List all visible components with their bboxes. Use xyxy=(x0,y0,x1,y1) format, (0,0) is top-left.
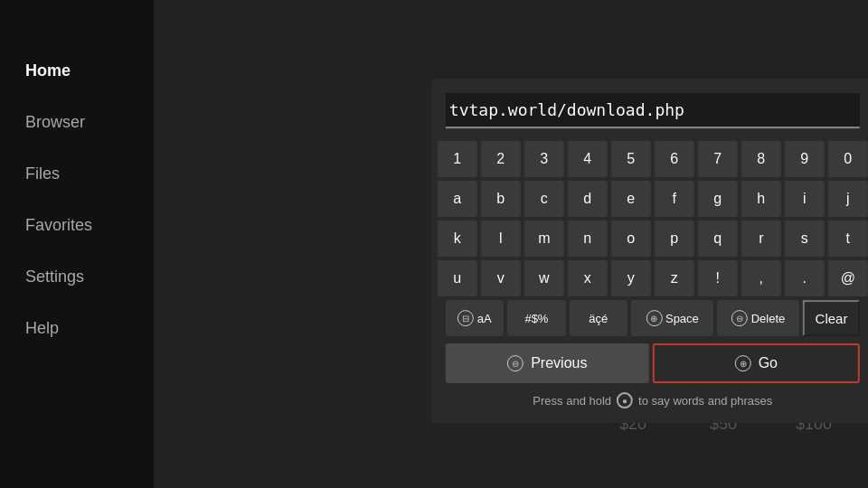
key-6[interactable]: 6 xyxy=(655,141,694,177)
key-o[interactable]: o xyxy=(611,221,651,257)
row-u-at: u v w x y z ! , . @ xyxy=(446,260,860,296)
key-at[interactable]: @ xyxy=(828,260,868,296)
url-input[interactable] xyxy=(446,93,860,128)
prev-circle-icon: ⊖ xyxy=(507,355,524,371)
key-space[interactable]: ⊕ Space xyxy=(631,300,713,336)
key-i[interactable]: i xyxy=(785,181,825,217)
key-hash[interactable]: #$% xyxy=(507,300,565,336)
key-k[interactable]: k xyxy=(438,221,477,257)
key-z[interactable]: z xyxy=(655,260,694,296)
key-j[interactable]: j xyxy=(828,181,868,217)
sidebar: Home Browser Files Favorites Settings He… xyxy=(0,0,154,488)
key-f[interactable]: f xyxy=(655,181,694,217)
aA-icon: ⊟ xyxy=(458,310,474,326)
key-c[interactable]: c xyxy=(524,181,564,217)
key-7[interactable]: 7 xyxy=(698,141,738,177)
key-a[interactable]: a xyxy=(438,181,477,217)
sidebar-item-browser[interactable]: Browser xyxy=(0,97,154,148)
key-spec-chars[interactable]: äçé xyxy=(570,300,627,336)
sidebar-item-favorites[interactable]: Favorites xyxy=(0,200,154,251)
key-b[interactable]: b xyxy=(481,181,521,217)
key-g[interactable]: g xyxy=(698,181,738,217)
key-delete[interactable]: ⊖ Delete xyxy=(717,300,799,336)
row-kt: k l m n o p q r s t xyxy=(446,221,860,257)
previous-button[interactable]: ⊖ Previous xyxy=(446,343,649,383)
key-exclaim[interactable]: ! xyxy=(698,260,738,296)
main-content: ase donation buttons: $10 $20 $50 $100 1… xyxy=(154,0,868,488)
key-comma[interactable]: , xyxy=(741,260,781,296)
number-row: 1 2 3 4 5 6 7 8 9 0 xyxy=(446,141,860,177)
key-m[interactable]: m xyxy=(524,221,564,257)
go-button[interactable]: ⊕ Go xyxy=(653,343,860,383)
key-0[interactable]: 0 xyxy=(828,141,868,177)
key-aA[interactable]: ⊟ aA xyxy=(446,300,504,336)
delete-icon: ⊖ xyxy=(731,310,748,326)
sidebar-item-files[interactable]: Files xyxy=(0,148,154,200)
key-y[interactable]: y xyxy=(611,260,651,296)
key-l[interactable]: l xyxy=(481,221,521,257)
key-d[interactable]: d xyxy=(568,181,608,217)
go-circle-icon: ⊕ xyxy=(735,355,751,371)
key-t[interactable]: t xyxy=(828,221,868,257)
key-5[interactable]: 5 xyxy=(611,141,651,177)
bottom-buttons: ⊖ Previous ⊕ Go xyxy=(446,343,860,383)
key-p[interactable]: p xyxy=(655,221,694,257)
key-w[interactable]: w xyxy=(524,260,564,296)
sidebar-item-settings[interactable]: Settings xyxy=(0,251,154,303)
key-3[interactable]: 3 xyxy=(524,141,564,177)
sidebar-item-help[interactable]: Help xyxy=(0,303,154,354)
voice-circle-icon: ● xyxy=(617,392,633,408)
key-8[interactable]: 8 xyxy=(741,141,781,177)
key-period[interactable]: . xyxy=(785,260,825,296)
key-h[interactable]: h xyxy=(741,181,781,217)
key-1[interactable]: 1 xyxy=(438,141,477,177)
key-clear[interactable]: Clear xyxy=(803,300,860,336)
special-keys-row: ⊟ aA #$% äçé ⊕ Space ⊖ Delete Clear xyxy=(446,300,860,336)
key-2[interactable]: 2 xyxy=(481,141,521,177)
key-x[interactable]: x xyxy=(568,260,608,296)
key-9[interactable]: 9 xyxy=(785,141,825,177)
key-u[interactable]: u xyxy=(438,260,477,296)
space-icon: ⊕ xyxy=(646,310,662,326)
key-r[interactable]: r xyxy=(741,221,781,257)
key-n[interactable]: n xyxy=(568,221,608,257)
row-aj: a b c d e f g h i j xyxy=(446,181,860,217)
keyboard-rows: 1 2 3 4 5 6 7 8 9 0 a b c d e f g h xyxy=(446,141,860,296)
voice-hint: Press and hold ● to say words and phrase… xyxy=(446,392,860,408)
sidebar-item-home[interactable]: Home xyxy=(0,45,154,97)
key-s[interactable]: s xyxy=(785,221,825,257)
key-q[interactable]: q xyxy=(698,221,738,257)
key-4[interactable]: 4 xyxy=(568,141,608,177)
key-v[interactable]: v xyxy=(481,260,521,296)
key-e[interactable]: e xyxy=(611,181,651,217)
keyboard-dialog: 1 2 3 4 5 6 7 8 9 0 a b c d e f g h xyxy=(431,79,868,423)
